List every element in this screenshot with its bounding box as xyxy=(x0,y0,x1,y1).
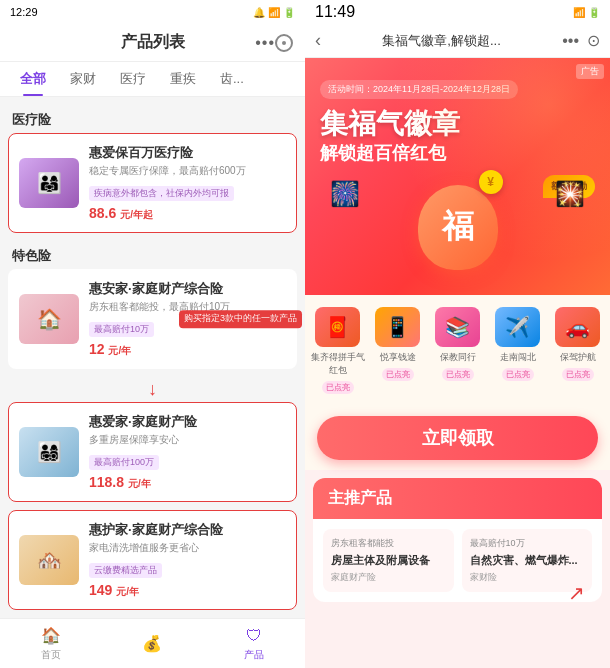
mini-card-1[interactable]: 房东租客都能投 房屋主体及附属设备 家庭财产险 xyxy=(323,529,454,592)
target-icon[interactable] xyxy=(275,34,293,52)
product-name-anjia: 惠安家·家庭财产综合险 xyxy=(89,280,286,298)
icon-label-jiao: 保教同行 xyxy=(440,351,476,364)
yuexiang-icon: 📱 xyxy=(375,307,420,347)
tab-critical[interactable]: 重疾 xyxy=(158,62,208,96)
right-more-icon[interactable]: ••• xyxy=(562,32,579,50)
icon-item-jiao[interactable]: 📚 保教同行 已点亮 xyxy=(430,307,485,394)
main-products-title: 主推产品 xyxy=(328,488,392,509)
right-header-actions: ••• ⊙ xyxy=(562,31,600,50)
mini-name-1: 房屋主体及附属设备 xyxy=(331,553,446,568)
section-special-title: 特色险 xyxy=(8,241,297,269)
product-tag-hujia: 云缴费精选产品 xyxy=(89,563,162,578)
notification-icon: 🔔 xyxy=(253,7,265,18)
promo-title-main: 集福气徽章 xyxy=(320,107,595,141)
section-medical-title: 医疗险 xyxy=(8,105,297,133)
annotation-area: 🏠 惠安家·家庭财产综合险 房东租客都能投，最高赔付10万 最高赔付10万 12… xyxy=(8,269,297,369)
product-price-medical: 88.6 元/年起 xyxy=(89,205,286,222)
left-status-icons: 🔔 📶 🔋 xyxy=(253,7,295,18)
right-header: ‹ 集福气徽章,解锁超... ••• ⊙ xyxy=(305,24,610,58)
right-target-icon[interactable]: ⊙ xyxy=(587,31,600,50)
left-content: 医疗险 👨‍👩‍👧 惠爱保百万医疗险 稳定专属医疗保障，最高赔付600万 疾病意… xyxy=(0,97,305,618)
annotation-label: 购买指定3款中的任一款产品 xyxy=(179,310,302,328)
jiao-icon: 📚 xyxy=(435,307,480,347)
tab-medical[interactable]: 医疗 xyxy=(108,62,158,96)
nan-icon: ✈️ xyxy=(495,307,540,347)
product-name-medical: 惠爱保百万医疗险 xyxy=(89,144,286,162)
mini-sub-1: 家庭财产险 xyxy=(331,571,446,584)
left-page-title: 产品列表 xyxy=(121,32,185,53)
icon-status-jiao: 已点亮 xyxy=(442,368,474,381)
product-img-anjia: 🏠 xyxy=(19,294,79,344)
ad-badge: 广告 xyxy=(576,64,604,79)
nav-wallet[interactable]: 💰 xyxy=(142,634,162,654)
product-img-aijia: 👨‍👩‍👧‍👦 xyxy=(19,427,79,477)
mini-tag-2: 最高赔付10万 xyxy=(470,537,585,550)
promo-title-sub: 解锁超百倍红包 xyxy=(320,141,595,165)
left-time: 12:29 xyxy=(10,6,38,18)
icon-status-nan: 已点亮 xyxy=(502,368,534,381)
right-wifi-icon: 📶 xyxy=(573,7,585,18)
icon-item-hongbao[interactable]: 🧧 集齐得拼手气红包 已点亮 xyxy=(310,307,365,394)
nav-home-label: 首页 xyxy=(41,648,61,662)
nav-home[interactable]: 🏠 首页 xyxy=(41,626,61,662)
product-desc-medical: 稳定专属医疗保障，最高赔付600万 xyxy=(89,164,286,178)
right-status-bar: 11:49 📶 🔋 xyxy=(305,0,610,24)
product-info-medical: 惠爱保百万医疗险 稳定专属医疗保障，最高赔付600万 疾病意外都包含，社保内外均… xyxy=(89,144,286,222)
product-info-aijia: 惠爱家·家庭财产险 多重房屋保障享安心 最高赔付100万 118.8 元/年 xyxy=(89,413,286,491)
product-desc-aijia: 多重房屋保障享安心 xyxy=(89,433,286,447)
right-page-title: 集福气徽章,解锁超... xyxy=(321,32,562,50)
product-price-anjia: 12 元/年 xyxy=(89,341,286,358)
tab-dental[interactable]: 齿... xyxy=(208,62,256,96)
wallet-icon: 💰 xyxy=(142,634,162,654)
promo-banner: 广告 活动时间：2024年11月28日-2024年12月28日 集福气徽章 解锁… xyxy=(305,58,610,295)
main-products-header: 主推产品 xyxy=(313,478,602,519)
icon-item-bao[interactable]: 🚗 保驾护航 已点亮 xyxy=(550,307,605,394)
product-tag-anjia: 最高赔付10万 xyxy=(89,322,154,337)
icon-row: 🧧 集齐得拼手气红包 已点亮 📱 悦享钱途 已点亮 📚 保教同行 已点亮 ✈️ … xyxy=(305,295,610,406)
home-icon: 🏠 xyxy=(41,626,61,646)
icon-item-nan[interactable]: ✈️ 走南闯北 已点亮 xyxy=(490,307,545,394)
product-info-hujia: 惠护家·家庭财产综合险 家电清洗增值服务更省心 云缴费精选产品 149 元/年 xyxy=(89,521,286,599)
nav-products-label: 产品 xyxy=(244,648,264,662)
icon-status-hongbao: 已点亮 xyxy=(322,381,354,394)
right-battery-icon: 🔋 xyxy=(588,7,600,18)
left-header: 产品列表 ••• xyxy=(0,24,305,62)
wifi-icon: 📶 xyxy=(268,7,280,18)
icon-label-yuexiang: 悦享钱途 xyxy=(380,351,416,364)
icon-label-hongbao: 集齐得拼手气红包 xyxy=(310,351,365,377)
icon-status-bao: 已点亮 xyxy=(562,368,594,381)
product-mini-cards: 房东租客都能投 房屋主体及附属设备 家庭财产险 最高赔付10万 自然灾害、燃气爆… xyxy=(313,519,602,602)
mini-name-2: 自然灾害、燃气爆炸... xyxy=(470,553,585,568)
arrow-down-icon: ↓ xyxy=(8,377,297,402)
claim-button[interactable]: 立即领取 xyxy=(317,416,598,460)
left-status-bar: 12:29 🔔 📶 🔋 xyxy=(0,0,305,24)
product-card-medical[interactable]: 👨‍👩‍👧 惠爱保百万医疗险 稳定专属医疗保障，最高赔付600万 疾病意外都包含… xyxy=(8,133,297,233)
product-price-hujia: 149 元/年 xyxy=(89,582,286,599)
claim-btn-area: 立即领取 xyxy=(305,406,610,470)
right-arrow-icon: ↗ xyxy=(568,581,585,605)
activity-time: 活动时间：2024年11月28日-2024年12月28日 xyxy=(320,80,518,99)
left-bottom-nav: 🏠 首页 💰 🛡 产品 xyxy=(0,618,305,668)
mini-sub-2: 家财险 xyxy=(470,571,585,584)
product-desc-hujia: 家电清洗增值服务更省心 xyxy=(89,541,286,555)
tab-home-finance[interactable]: 家财 xyxy=(58,62,108,96)
icon-item-yuexiang[interactable]: 📱 悦享钱途 已点亮 xyxy=(370,307,425,394)
product-price-aijia: 118.8 元/年 xyxy=(89,474,286,491)
main-products-section: 主推产品 房东租客都能投 房屋主体及附属设备 家庭财产险 最高赔付10万 自然灾… xyxy=(313,478,602,602)
product-tag-medical: 疾病意外都包含，社保内外均可报 xyxy=(89,186,234,201)
product-card-aijia[interactable]: 👨‍👩‍👧‍👦 惠爱家·家庭财产险 多重房屋保障享安心 最高赔付100万 118… xyxy=(8,402,297,502)
nav-products[interactable]: 🛡 产品 xyxy=(244,626,264,662)
left-panel: 12:29 🔔 📶 🔋 产品列表 ••• 全部 家财 医疗 重疾 齿... 医疗… xyxy=(0,0,305,668)
product-tag-aijia: 最高赔付100万 xyxy=(89,455,159,470)
right-panel: 11:49 📶 🔋 ‹ 集福气徽章,解锁超... ••• ⊙ 广告 活动时间：2… xyxy=(305,0,610,668)
icon-label-nan: 走南闯北 xyxy=(500,351,536,364)
money-bag xyxy=(418,185,498,270)
tab-all[interactable]: 全部 xyxy=(8,62,58,96)
product-card-hujia[interactable]: 🏘️ 惠护家·家庭财产综合险 家电清洗增值服务更省心 云缴费精选产品 149 元… xyxy=(8,510,297,610)
icon-status-yuexiang: 已点亮 xyxy=(382,368,414,381)
promo-bag-area: 🎆 额外奖励 🎇 xyxy=(320,175,595,280)
product-name-hujia: 惠护家·家庭财产综合险 xyxy=(89,521,286,539)
right-content: 广告 活动时间：2024年11月28日-2024年12月28日 集福气徽章 解锁… xyxy=(305,58,610,668)
left-more-button[interactable]: ••• xyxy=(255,34,275,52)
right-time: 11:49 xyxy=(315,3,355,21)
